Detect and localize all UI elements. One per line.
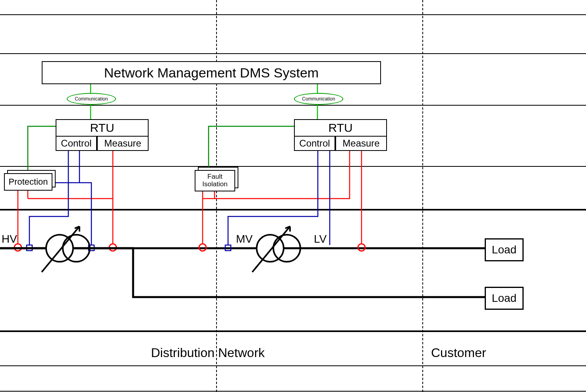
rtu-box-1: RTU	[56, 119, 149, 137]
rtu2-control-box: Control	[294, 136, 335, 151]
rtu2-measure-box: Measure	[335, 136, 387, 151]
lv-label: LV	[314, 233, 327, 245]
load-box-1: Load	[485, 238, 524, 261]
rtu1-control-box: Control	[56, 136, 97, 151]
load-box-2: Load	[485, 287, 524, 310]
protection-label: Protection	[8, 177, 48, 187]
fault-label-2: Isolation	[202, 181, 227, 188]
fault-isolation-box: Fault Isolation	[195, 170, 235, 191]
control-label: Control	[61, 138, 91, 149]
caption-distribution: Distribution Network	[151, 346, 265, 360]
comm-label: Communication	[302, 96, 335, 102]
communication-ellipse-2: Communication	[294, 93, 343, 105]
rtu-label: RTU	[328, 121, 352, 135]
mv-label: MV	[236, 233, 253, 245]
dms-title-box: Network Management DMS System	[42, 61, 381, 84]
load-label: Load	[492, 243, 516, 256]
rtu1-measure-box: Measure	[97, 136, 149, 151]
fault-label-1: Fault	[207, 173, 222, 181]
load-label: Load	[492, 292, 516, 305]
measure-label: Measure	[342, 138, 379, 149]
protection-box: Protection	[4, 173, 52, 191]
diagram-canvas: Network Management DMS System Communicat…	[0, 0, 586, 392]
hv-label: HV	[2, 233, 17, 245]
dms-title: Network Management DMS System	[104, 65, 319, 81]
comm-label: Communication	[75, 96, 108, 102]
caption-customer: Customer	[431, 346, 486, 360]
rtu-box-2: RTU	[294, 119, 387, 137]
rtu-label: RTU	[90, 121, 114, 135]
wiring-svg	[0, 0, 586, 392]
measure-label: Measure	[104, 138, 141, 149]
communication-ellipse-1: Communication	[67, 93, 116, 105]
control-label: Control	[299, 138, 330, 149]
